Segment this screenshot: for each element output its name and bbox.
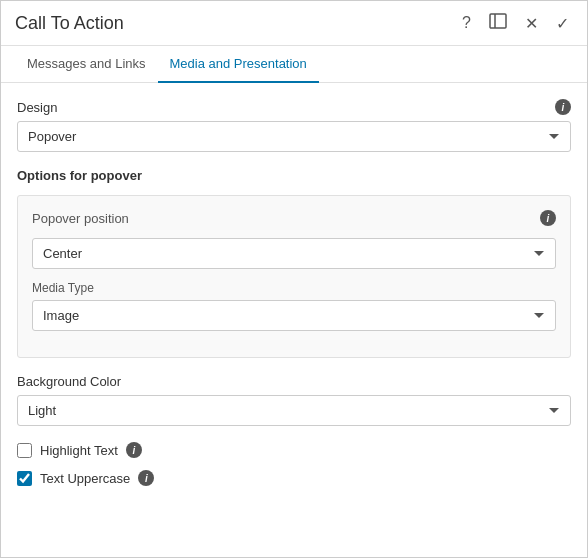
highlight-text-group: Highlight Text i (17, 442, 571, 458)
design-info-icon[interactable]: i (555, 99, 571, 115)
highlight-text-info-icon[interactable]: i (126, 442, 142, 458)
media-type-group: Media Type Image Video None (32, 281, 556, 331)
tab-messages-and-links[interactable]: Messages and Links (15, 46, 158, 83)
tab-bar: Messages and Links Media and Presentatio… (1, 46, 587, 83)
expand-icon (489, 13, 507, 33)
popover-position-label: Popover position (32, 211, 129, 226)
call-to-action-dialog: Call To Action ? ✕ ✓ Me (0, 0, 588, 558)
popover-position-info-icon[interactable]: i (540, 210, 556, 226)
text-uppercase-info-icon[interactable]: i (138, 470, 154, 486)
background-color-group: Background Color Light Dark Custom (17, 374, 571, 426)
popover-position-select[interactable]: Center Top Left Top Right Bottom Left Bo… (32, 238, 556, 269)
media-type-label: Media Type (32, 281, 556, 295)
background-color-label-row: Background Color (17, 374, 571, 389)
help-button[interactable]: ? (458, 12, 475, 34)
close-icon: ✕ (525, 14, 538, 33)
highlight-text-checkbox[interactable] (17, 443, 32, 458)
dialog-body: Design i Popover Banner Inline Options f… (1, 83, 587, 557)
svg-rect-0 (490, 14, 506, 28)
options-section: Options for popover Popover position i C… (17, 168, 571, 358)
options-title: Options for popover (17, 168, 571, 183)
background-color-label: Background Color (17, 374, 121, 389)
tab-media-and-presentation[interactable]: Media and Presentation (158, 46, 319, 83)
text-uppercase-label: Text Uppercase (40, 471, 130, 486)
background-color-select[interactable]: Light Dark Custom (17, 395, 571, 426)
design-select[interactable]: Popover Banner Inline (17, 121, 571, 152)
close-button[interactable]: ✕ (521, 12, 542, 35)
media-type-select[interactable]: Image Video None (32, 300, 556, 331)
check-icon: ✓ (556, 14, 569, 33)
popover-position-header: Popover position i (32, 210, 556, 226)
help-icon: ? (462, 14, 471, 32)
options-box: Popover position i Center Top Left Top R… (17, 195, 571, 358)
text-uppercase-checkbox[interactable] (17, 471, 32, 486)
design-group: Design i Popover Banner Inline (17, 99, 571, 152)
highlight-text-label: Highlight Text (40, 443, 118, 458)
text-uppercase-group: Text Uppercase i (17, 470, 571, 486)
design-label: Design (17, 100, 57, 115)
design-label-row: Design i (17, 99, 571, 115)
confirm-button[interactable]: ✓ (552, 12, 573, 35)
dialog-header: Call To Action ? ✕ ✓ (1, 1, 587, 46)
header-actions: ? ✕ ✓ (458, 11, 573, 35)
popover-position-group: Center Top Left Top Right Bottom Left Bo… (32, 238, 556, 269)
dialog-title: Call To Action (15, 13, 124, 34)
expand-button[interactable] (485, 11, 511, 35)
